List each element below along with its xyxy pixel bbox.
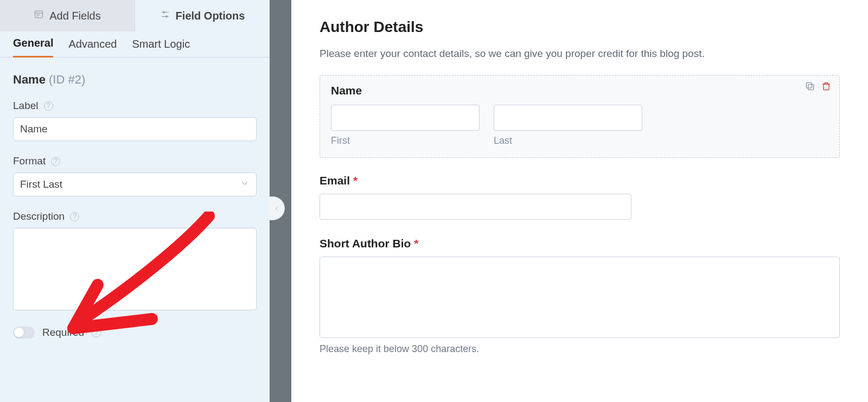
- required-toggle[interactable]: [13, 327, 35, 339]
- field-label-name: Name: [331, 84, 828, 97]
- sliders-icon: [160, 9, 170, 22]
- form-title: Author Details: [320, 18, 840, 36]
- tab-add-fields-label: Add Fields: [49, 10, 101, 22]
- label-input[interactable]: [13, 117, 257, 141]
- format-title: Format: [13, 155, 46, 167]
- group-required: Required ?: [13, 327, 257, 339]
- field-header: Name (ID #2): [13, 73, 257, 87]
- svg-rect-0: [35, 11, 43, 18]
- last-name-input[interactable]: [494, 105, 642, 131]
- field-actions: [805, 81, 832, 94]
- field-options-sidebar: Add Fields Field Options General Advance…: [0, 0, 270, 402]
- sublabel-first: First: [331, 135, 480, 146]
- subtab-general[interactable]: General: [13, 37, 53, 58]
- tab-field-options-label: Field Options: [176, 10, 245, 22]
- chevron-down-icon: [240, 178, 250, 191]
- form-description: Please enter your contact details, so we…: [320, 48, 840, 60]
- help-icon[interactable]: ?: [51, 157, 60, 166]
- sidebar-top-tabs: Add Fields Field Options: [0, 0, 270, 31]
- panel-body: Name (ID #2) Label ? Format ? First Last: [0, 58, 270, 402]
- selected-field-name[interactable]: Name First Last: [320, 75, 840, 158]
- svg-rect-10: [824, 84, 829, 90]
- field-name: Name: [13, 73, 46, 86]
- description-title: Description: [13, 210, 65, 222]
- group-format: Format ? First Last: [13, 155, 257, 196]
- required-star: *: [353, 174, 358, 187]
- field-label-bio: Short Author Bio: [320, 237, 411, 250]
- first-name-input[interactable]: [331, 105, 480, 131]
- required-star: *: [414, 237, 418, 250]
- help-icon[interactable]: ?: [44, 101, 53, 111]
- duplicate-icon[interactable]: [805, 81, 815, 94]
- email-input[interactable]: [320, 194, 631, 220]
- preview-field-email[interactable]: Email *: [320, 174, 631, 220]
- sidebar-sub-tabs: General Advanced Smart Logic: [0, 31, 270, 58]
- bio-helper: Please keep it below 300 characters.: [320, 343, 840, 355]
- required-label: Required: [42, 327, 84, 339]
- tab-add-fields[interactable]: Add Fields: [0, 0, 135, 31]
- field-label-email: Email: [320, 174, 350, 187]
- label-title: Label: [13, 100, 39, 112]
- form-icon: [34, 9, 44, 22]
- format-value: First Last: [20, 178, 62, 190]
- preview-field-bio[interactable]: Short Author Bio * Please keep it below …: [320, 237, 840, 355]
- subtab-smart-logic[interactable]: Smart Logic: [132, 38, 190, 57]
- help-icon[interactable]: ?: [92, 328, 101, 337]
- group-label: Label ?: [13, 100, 257, 141]
- subtab-advanced[interactable]: Advanced: [68, 38, 117, 57]
- svg-rect-9: [806, 82, 812, 88]
- sublabel-last: Last: [494, 135, 642, 146]
- collapse-sidebar-button[interactable]: [269, 196, 285, 220]
- form-preview: Author Details Please enter your contact…: [291, 0, 868, 402]
- bio-textarea[interactable]: [320, 257, 840, 338]
- description-textarea[interactable]: [13, 228, 257, 310]
- panel-divider: [270, 0, 291, 402]
- trash-icon[interactable]: [821, 81, 832, 94]
- format-select[interactable]: First Last: [13, 173, 257, 196]
- group-description: Description ?: [13, 210, 257, 312]
- svg-rect-8: [808, 85, 814, 90]
- tab-field-options[interactable]: Field Options: [135, 0, 270, 31]
- help-icon[interactable]: ?: [70, 212, 79, 221]
- field-id: (ID #2): [49, 73, 85, 86]
